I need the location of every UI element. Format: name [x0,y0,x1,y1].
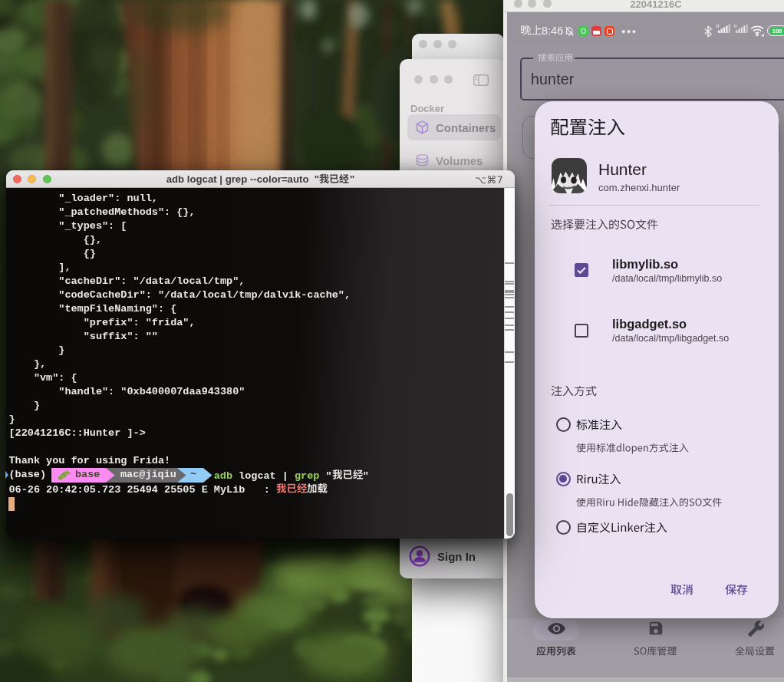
svg-text:R: R [716,24,720,28]
svg-text:R: R [734,24,738,28]
